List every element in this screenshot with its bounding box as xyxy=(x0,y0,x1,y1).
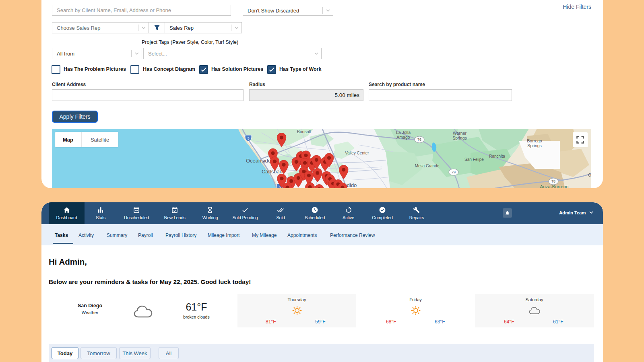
svg-text:5: 5 xyxy=(248,136,250,140)
svg-text:Mesa Grande: Mesa Grande xyxy=(415,164,440,168)
svg-text:Map: Map xyxy=(63,137,73,143)
svg-text:Springs: Springs xyxy=(527,143,542,148)
svg-text:Valley Center: Valley Center xyxy=(345,151,369,155)
svg-text:Bonsall: Bonsall xyxy=(297,129,311,134)
svg-text:Ranchita: Ranchita xyxy=(489,154,505,158)
svg-text:Satellite: Satellite xyxy=(91,137,109,143)
svg-text:La Jolla: La Jolla xyxy=(396,130,411,135)
svg-text:Oceanside: Oceanside xyxy=(246,158,271,164)
svg-text:Carlsbad: Carlsbad xyxy=(262,169,283,175)
svg-text:O: O xyxy=(588,173,591,177)
svg-text:Amago: Amago xyxy=(396,135,410,140)
svg-text:Warner: Warner xyxy=(453,131,467,136)
svg-text:79: 79 xyxy=(452,170,456,174)
svg-text:Springs: Springs xyxy=(452,136,467,140)
svg-text:76: 76 xyxy=(417,138,421,142)
svg-text:78: 78 xyxy=(551,179,555,183)
svg-text:San Felipe: San Felipe xyxy=(464,157,484,162)
svg-text:Borrego: Borrego xyxy=(527,138,542,143)
